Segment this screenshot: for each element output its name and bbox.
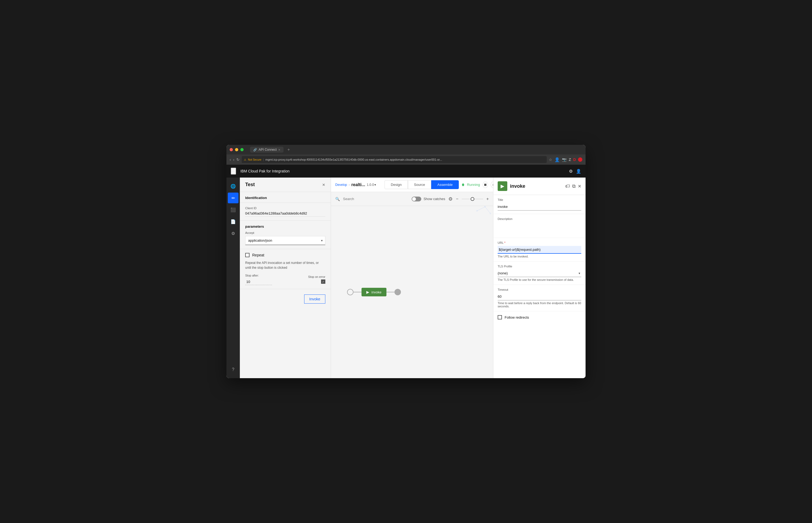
stop-square-icon — [484, 184, 486, 186]
panel-close-button[interactable]: ✕ — [322, 183, 325, 187]
api-navigation: Develop › realti... 1.0.0 ▾ — [335, 182, 376, 187]
tab-favicon: 🔗 — [253, 148, 257, 151]
sidebar-item-settings[interactable]: ⚙ — [228, 228, 239, 239]
breadcrumb-separator: › — [348, 183, 350, 187]
timeout-field: Timeout Time to wait before a reply back… — [493, 285, 586, 311]
canvas-search-input[interactable] — [343, 197, 409, 201]
tls-hint: The TLS Profile to use for the secure tr… — [498, 278, 581, 281]
tls-profile-field: TLS Profile (none) ▾ The TLS Profile to … — [493, 262, 586, 285]
sidebar-item-templates[interactable]: ⬛ — [228, 204, 239, 215]
ext2-icon[interactable]: Z — [569, 158, 571, 162]
repeat-header: Repeat — [245, 253, 325, 257]
tab-source[interactable]: Source — [408, 180, 431, 189]
description-field: Description — [493, 214, 586, 238]
flow-connector-2 — [386, 292, 395, 292]
invoke-button-area: Invoke — [240, 289, 331, 309]
run-button[interactable]: ▶ — [491, 182, 493, 188]
zoom-thumb[interactable] — [471, 197, 474, 201]
url-field-label: URL * — [498, 241, 581, 244]
sidebar-item-help[interactable]: ? — [228, 364, 239, 375]
repeat-checkbox[interactable] — [245, 253, 249, 257]
flow-invoke-node[interactable]: ▶ invoke — [361, 288, 386, 296]
develop-link[interactable]: Develop — [335, 183, 347, 187]
url-bar[interactable]: ⚠ Not Secure | mgmt.icp-proxy.icp4i-work… — [242, 156, 547, 163]
tab-design[interactable]: Design — [384, 180, 408, 189]
tab-title: API Connect — [259, 148, 277, 151]
follow-redirects-checkbox[interactable] — [498, 315, 502, 320]
invoke-button[interactable]: Invoke — [304, 294, 325, 304]
ext4-icon[interactable] — [578, 158, 582, 162]
editor-area: Develop › realti... 1.0.0 ▾ Design Sourc… — [331, 178, 493, 378]
stop-button[interactable] — [483, 182, 488, 188]
stop-after-input[interactable] — [245, 279, 272, 285]
toggle-thumb — [412, 197, 416, 201]
show-catches-toggle[interactable] — [412, 197, 421, 201]
url-field: URL * The URL to be invoked. — [493, 238, 586, 262]
canvas-search-icon: 🔍 — [335, 197, 340, 201]
settings-wheel-button[interactable]: ⚙ — [448, 196, 453, 202]
show-catches-group: Show catches — [412, 197, 445, 201]
back-button[interactable]: ‹ — [230, 158, 231, 162]
title-input[interactable] — [498, 203, 581, 211]
url-hint: The URL to be invoked. — [498, 255, 581, 258]
sidebar-item-deployments[interactable]: 📄 — [228, 216, 239, 227]
zoom-in-button[interactable]: + — [486, 197, 489, 201]
invoke-panel-actions: 🏷 ⧉ ✕ — [565, 183, 581, 189]
traffic-light-green[interactable] — [240, 148, 244, 151]
menu-button[interactable]: ☰ — [231, 168, 236, 175]
invoke-panel-copy-button[interactable]: ⧉ — [572, 183, 575, 189]
tab-close-button[interactable]: ✕ — [278, 148, 280, 151]
app-title: IBM Cloud Pak for Integration — [240, 169, 290, 173]
description-field-label: Description — [498, 217, 581, 220]
client-id-field: Client ID 047a96ad364e1288aa7aa0ddeb8c4d… — [240, 203, 331, 221]
sidebar-item-globe[interactable]: 🌐 — [228, 181, 239, 192]
forward-button[interactable]: › — [233, 158, 234, 162]
description-textarea[interactable] — [498, 222, 581, 233]
traffic-light-yellow[interactable] — [235, 148, 238, 151]
zoom-out-button[interactable]: − — [456, 197, 458, 201]
invoke-panel-close-button[interactable]: ✕ — [578, 183, 581, 189]
timeout-field-label: Timeout — [498, 288, 581, 291]
repeat-label: Repeat — [252, 253, 264, 257]
url-input[interactable] — [498, 246, 581, 254]
not-secure-label: Not Secure — [248, 158, 261, 161]
zoom-slider[interactable] — [462, 199, 483, 199]
client-id-value: 047a96ad364e1288aa7aa0ddeb8c4d92 — [245, 211, 325, 217]
flow-canvas: ▶ invoke — [331, 206, 493, 378]
tls-select[interactable]: (none) — [498, 270, 581, 277]
settings-icon[interactable]: ⚙ — [569, 169, 573, 174]
flow-start-node — [347, 289, 354, 295]
invoke-panel-tag-button[interactable]: 🏷 — [565, 183, 570, 189]
url-separator: | — [263, 158, 264, 161]
new-tab-button[interactable]: + — [287, 147, 290, 152]
profile-icon[interactable]: 👤 — [554, 157, 560, 162]
accept-select-wrapper: application/json application/xml text/pl… — [245, 236, 325, 245]
sidebar-item-edit[interactable]: ✏ — [228, 193, 239, 203]
parameters-title: parameters — [245, 221, 325, 231]
accept-select[interactable]: application/json application/xml text/pl… — [245, 236, 325, 245]
invoke-panel-play-icon: ▶ — [498, 181, 507, 191]
url-text[interactable]: mgmt.icp-proxy.icp4i-workshop-f009311413… — [265, 158, 442, 161]
ext3-icon[interactable]: D — [573, 158, 576, 162]
refresh-button[interactable]: ↻ — [237, 158, 240, 162]
browser-tab-active[interactable]: 🔗 API Connect ✕ — [250, 147, 284, 152]
traffic-light-red[interactable] — [230, 148, 233, 151]
show-catches-label: Show catches — [423, 197, 445, 201]
extension-icon[interactable]: 📷 — [562, 158, 567, 162]
invoke-panel-title: invoke — [510, 183, 563, 189]
tab-bar: 🔗 API Connect ✕ + — [250, 147, 290, 152]
timeout-hint: Time to wait before a reply back from th… — [498, 302, 581, 308]
stop-on-error-checkbox[interactable]: ✓ — [321, 279, 325, 284]
tab-assemble[interactable]: Assemble — [431, 180, 459, 189]
bookmark-icon[interactable]: ☆ — [549, 158, 552, 162]
profile-menu-button[interactable]: 👤 — [576, 169, 581, 174]
repeat-section: Repeat Repeat the API invocation a set n… — [240, 249, 331, 289]
timeout-input[interactable] — [498, 293, 581, 301]
title-field-label: Title — [498, 198, 581, 201]
canvas-area: 🔍 Show catches ⚙ − + — [331, 192, 493, 378]
version-chevron-icon: ▾ — [374, 183, 376, 187]
test-panel: Test ✕ Identification Client ID 047a96ad… — [240, 178, 331, 378]
version-badge[interactable]: 1.0.0 ▾ — [367, 183, 376, 187]
flow-end-node — [395, 289, 401, 295]
tls-select-wrapper: (none) ▾ — [498, 270, 581, 277]
